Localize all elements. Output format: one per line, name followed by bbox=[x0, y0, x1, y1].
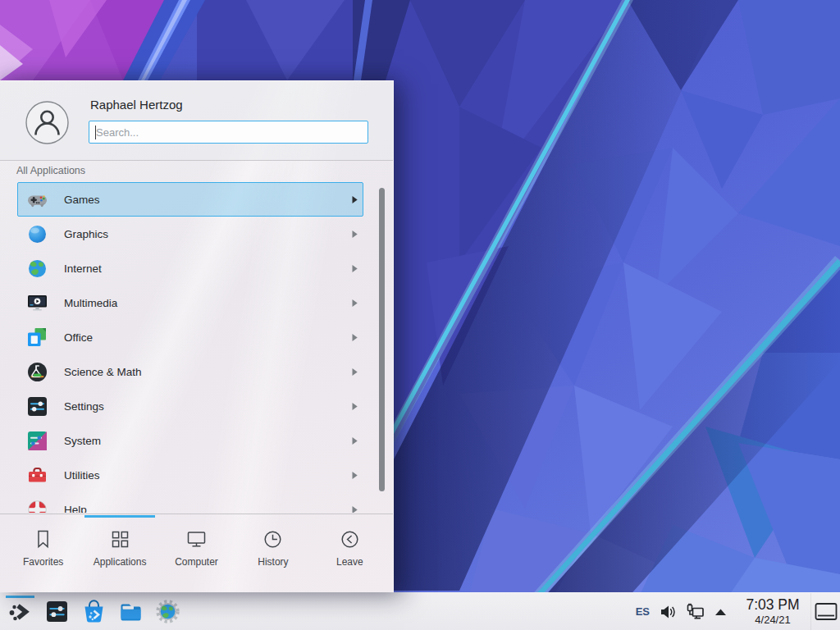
system-settings-button[interactable] bbox=[39, 593, 75, 630]
submenu-arrow-icon bbox=[351, 436, 363, 445]
file-manager-button[interactable] bbox=[112, 593, 149, 630]
app-category-list: GamesGraphicsInternetMultimediaOfficeSci… bbox=[0, 182, 393, 513]
leave-icon bbox=[339, 528, 361, 550]
help-icon bbox=[26, 499, 48, 514]
launcher-icon bbox=[7, 599, 33, 624]
tab-leave[interactable]: Leave bbox=[312, 514, 388, 593]
search-box[interactable] bbox=[89, 121, 368, 144]
office-icon bbox=[26, 326, 48, 349]
submenu-arrow-icon bbox=[351, 333, 363, 342]
tab-label: Computer bbox=[175, 556, 218, 568]
app-category-label: Graphics bbox=[64, 228, 108, 240]
multimedia-icon bbox=[26, 292, 48, 314]
tab-applications[interactable]: Applications bbox=[81, 514, 158, 593]
app-category-help[interactable]: Help bbox=[17, 492, 363, 513]
submenu-arrow-icon bbox=[351, 471, 363, 480]
utilities-icon bbox=[26, 464, 48, 486]
menu-tab-bar: FavoritesApplicationsComputerHistoryLeav… bbox=[0, 514, 393, 593]
file-manager-icon bbox=[118, 599, 144, 624]
volume-icon[interactable] bbox=[655, 603, 681, 621]
discover-icon bbox=[81, 599, 107, 624]
scrollbar-thumb[interactable] bbox=[379, 188, 385, 491]
submenu-arrow-icon bbox=[351, 230, 363, 239]
internet-icon bbox=[26, 258, 48, 280]
menu-header: Raphael Hertzog bbox=[0, 81, 393, 161]
tab-label: Favorites bbox=[23, 556, 63, 568]
tab-label: Leave bbox=[336, 556, 363, 568]
app-category-graphics[interactable]: Graphics bbox=[17, 217, 363, 251]
submenu-arrow-icon bbox=[351, 505, 363, 514]
tab-label: Applications bbox=[94, 556, 147, 568]
submenu-arrow-icon bbox=[351, 299, 363, 308]
application-launcher-menu: Raphael Hertzog All Applications GamesGr… bbox=[0, 80, 394, 592]
desktop: Raphael Hertzog All Applications GamesGr… bbox=[0, 0, 840, 630]
show-desktop-button[interactable] bbox=[810, 593, 840, 630]
system-settings-icon bbox=[44, 599, 70, 624]
app-category-label: Utilities bbox=[64, 469, 100, 482]
text-caret bbox=[95, 126, 96, 139]
app-category-utilities[interactable]: Utilities bbox=[17, 458, 363, 492]
taskbar: ES 7:03 PM 4/24/21 bbox=[0, 592, 840, 630]
pinned-apps bbox=[39, 593, 186, 630]
system-tray: ES 7:03 PM 4/24/21 bbox=[631, 593, 840, 630]
clock-date: 4/24/21 bbox=[738, 614, 807, 625]
tab-computer[interactable]: Computer bbox=[158, 514, 235, 593]
app-category-settings[interactable]: Settings bbox=[17, 389, 363, 423]
clock-time: 7:03 PM bbox=[738, 598, 807, 613]
system-icon bbox=[26, 430, 48, 452]
web-browser-icon bbox=[155, 599, 180, 624]
application-launcher-button[interactable] bbox=[2, 593, 39, 630]
app-category-multimedia[interactable]: Multimedia bbox=[17, 285, 363, 320]
tab-favorites[interactable]: Favorites bbox=[5, 514, 81, 593]
web-browser-button[interactable] bbox=[149, 593, 186, 630]
tab-history[interactable]: History bbox=[235, 514, 311, 593]
tab-label: History bbox=[258, 556, 288, 568]
app-category-label: Settings bbox=[64, 400, 104, 413]
section-label: All Applications bbox=[16, 165, 85, 176]
discover-button[interactable] bbox=[75, 593, 112, 630]
app-category-label: System bbox=[64, 435, 101, 447]
settings-icon bbox=[26, 395, 48, 418]
app-category-label: Multimedia bbox=[64, 297, 117, 309]
submenu-arrow-icon bbox=[351, 195, 363, 204]
app-category-science-math[interactable]: Science & Math bbox=[17, 354, 363, 389]
app-category-label: Internet bbox=[64, 262, 102, 275]
user-name: Raphael Hertzog bbox=[90, 98, 183, 112]
app-category-internet[interactable]: Internet bbox=[17, 251, 363, 285]
applications-icon bbox=[109, 528, 131, 550]
app-category-label: Help bbox=[64, 504, 87, 514]
digital-clock[interactable]: 7:03 PM 4/24/21 bbox=[738, 598, 807, 625]
network-icon[interactable] bbox=[681, 602, 710, 622]
expand-tray-icon[interactable] bbox=[710, 607, 732, 617]
favorites-icon bbox=[32, 528, 54, 550]
user-avatar-icon[interactable] bbox=[25, 101, 69, 144]
submenu-arrow-icon bbox=[351, 368, 363, 377]
computer-icon bbox=[185, 528, 208, 550]
app-category-label: Games bbox=[64, 194, 100, 206]
app-category-system[interactable]: System bbox=[17, 423, 363, 458]
app-category-office[interactable]: Office bbox=[17, 320, 363, 354]
show-desktop-icon bbox=[815, 602, 838, 622]
science-icon bbox=[26, 361, 48, 383]
games-icon bbox=[26, 189, 48, 211]
keyboard-layout-indicator[interactable]: ES bbox=[631, 605, 655, 618]
app-category-label: Office bbox=[64, 331, 93, 344]
submenu-arrow-icon bbox=[351, 402, 363, 411]
submenu-arrow-icon bbox=[351, 264, 363, 273]
search-input[interactable] bbox=[89, 121, 368, 143]
history-icon bbox=[262, 528, 284, 550]
graphics-icon bbox=[26, 223, 48, 245]
app-category-games[interactable]: Games bbox=[17, 182, 363, 217]
app-category-label: Science & Math bbox=[64, 366, 142, 378]
